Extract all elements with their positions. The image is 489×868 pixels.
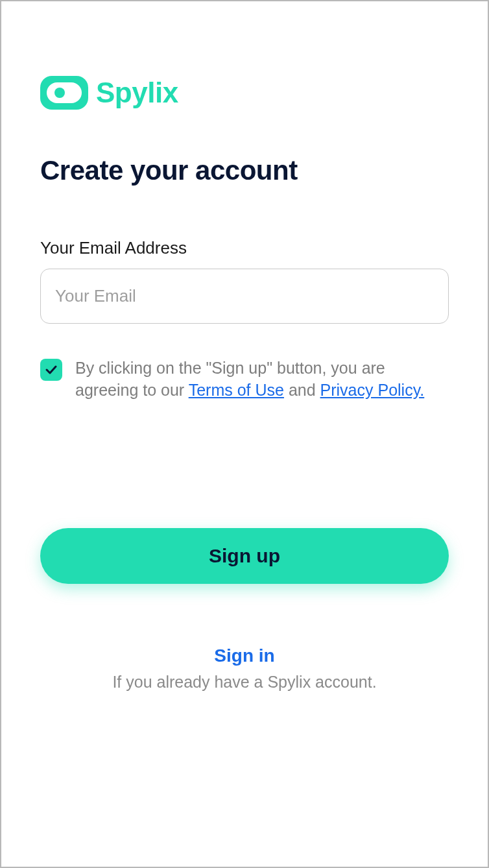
- terms-of-use-link[interactable]: Terms of Use: [189, 381, 284, 399]
- brand-logo: Spylix: [40, 76, 449, 110]
- svg-point-2: [54, 88, 65, 98]
- checkmark-icon: [45, 363, 58, 376]
- terms-agree-row: By clicking on the "Sign up" button, you…: [40, 357, 449, 402]
- email-input[interactable]: [40, 269, 449, 324]
- email-label: Your Email Address: [40, 238, 449, 258]
- signin-block: Sign in If you already have a Spylix acc…: [40, 645, 449, 692]
- signin-subtext: If you already have a Spylix account.: [40, 673, 449, 692]
- agree-text: By clicking on the "Sign up" button, you…: [75, 357, 449, 402]
- signin-link[interactable]: Sign in: [40, 645, 449, 666]
- page-title: Create your account: [40, 155, 449, 186]
- agree-mid: and: [289, 381, 320, 399]
- privacy-policy-link[interactable]: Privacy Policy.: [320, 381, 425, 399]
- brand-name: Spylix: [96, 77, 178, 109]
- email-field-group: Your Email Address: [40, 238, 449, 324]
- signup-button[interactable]: Sign up: [40, 528, 449, 584]
- spylix-logo-icon: [40, 76, 88, 110]
- agree-checkbox[interactable]: [40, 359, 62, 381]
